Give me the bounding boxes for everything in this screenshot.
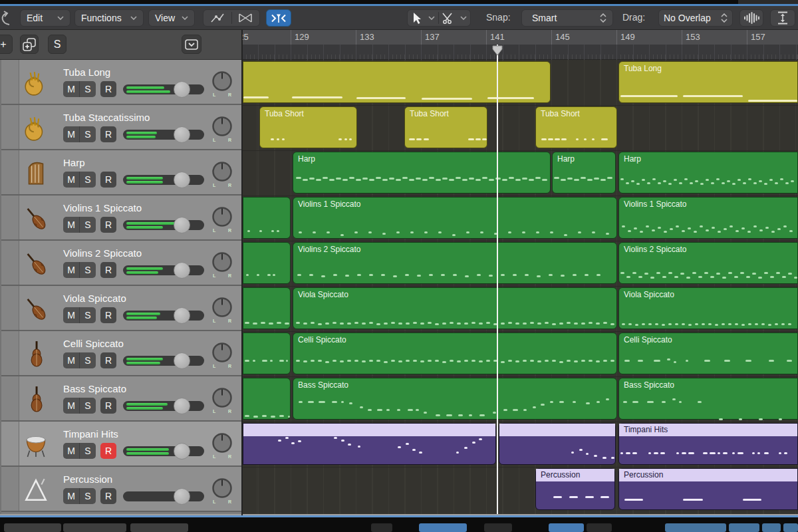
pointer-tool-icon[interactable]: [408, 10, 425, 26]
record-arm-button[interactable]: R: [100, 126, 116, 142]
region-violins-1-spiccato[interactable]: Violins 1 Spiccato: [293, 197, 617, 239]
track-header-tuba-long[interactable]: Tuba LongMSRLR: [1, 60, 241, 105]
add-track-button[interactable]: +: [0, 35, 13, 54]
solo-button[interactable]: S: [80, 81, 96, 97]
mute-button[interactable]: M: [63, 126, 80, 142]
playhead-line[interactable]: [497, 45, 498, 514]
pan-knob[interactable]: [211, 161, 233, 182]
track-drag-strip[interactable]: [1, 241, 19, 285]
solo-button[interactable]: S: [80, 126, 96, 142]
track-header-celli-spiccato[interactable]: Celli SpiccatoMSRLR: [1, 331, 241, 376]
track-header-violins-2-spiccato[interactable]: Violins 2 SpiccatoMSRLR: [1, 241, 241, 286]
pan-knob[interactable]: [211, 116, 233, 137]
volume-thumb[interactable]: [174, 307, 190, 324]
volume-slider[interactable]: [123, 491, 204, 501]
volume-thumb[interactable]: [174, 126, 190, 143]
pan-knob[interactable]: [211, 432, 233, 454]
solo-button[interactable]: S: [80, 217, 96, 233]
region-violins-2-spiccato[interactable]: Violins 2 Spiccato: [618, 242, 798, 284]
solo-button[interactable]: S: [80, 443, 96, 459]
record-arm-button[interactable]: R: [100, 172, 116, 188]
region-tuba-short[interactable]: Tuba Short: [259, 106, 357, 148]
volume-slider[interactable]: [123, 175, 204, 185]
region-violins-1-spiccato[interactable]: [243, 197, 291, 239]
track-header-timpani-hits[interactable]: Timpani HitsMSRLR: [1, 422, 241, 467]
track-drag-strip[interactable]: [1, 196, 19, 239]
track-header-violins-1-spiccato[interactable]: Violins 1 SpiccatoMSRLR: [1, 196, 241, 241]
volume-slider[interactable]: [123, 220, 204, 230]
bar-ruler[interactable]: 125129133137141145149153157: [243, 30, 798, 60]
mute-button[interactable]: M: [63, 172, 80, 188]
volume-thumb[interactable]: [174, 398, 190, 414]
record-arm-button[interactable]: R: [100, 398, 116, 414]
record-arm-button[interactable]: R: [100, 488, 116, 504]
solo-button[interactable]: S: [80, 307, 96, 323]
region-tuba-long[interactable]: [243, 61, 551, 103]
track-header-bass-spiccato[interactable]: Bass SpiccatoMSRLR: [1, 376, 241, 422]
volume-slider[interactable]: [123, 446, 204, 456]
region-percussion[interactable]: Percussion: [535, 468, 615, 510]
region-tuba-short[interactable]: Tuba Short: [404, 106, 487, 148]
record-arm-button[interactable]: R: [100, 217, 116, 233]
track-header-viola-spiccato[interactable]: Viola SpiccatoMSRLR: [1, 286, 241, 331]
solo-button[interactable]: S: [80, 488, 96, 504]
pan-knob[interactable]: [211, 297, 233, 318]
region-harp[interactable]: Harp: [618, 152, 798, 194]
undo-arrow-icon[interactable]: [0, 10, 13, 26]
pan-knob[interactable]: [211, 251, 233, 273]
snap-dropdown[interactable]: Smart: [521, 9, 613, 27]
track-drag-strip[interactable]: [1, 376, 19, 420]
mute-button[interactable]: M: [63, 217, 80, 233]
volume-slider[interactable]: [123, 84, 204, 94]
region-timpani-hits[interactable]: [243, 423, 496, 465]
track-drag-strip[interactable]: [1, 422, 19, 466]
volume-thumb[interactable]: [174, 352, 190, 369]
waveform-zoom-button[interactable]: [739, 9, 763, 27]
mute-button[interactable]: M: [63, 81, 80, 97]
scissors-tool-icon[interactable]: [439, 10, 458, 26]
track-drag-strip[interactable]: [1, 286, 19, 330]
volume-thumb[interactable]: [174, 81, 190, 98]
track-drag-strip[interactable]: [1, 60, 19, 104]
track-drag-strip[interactable]: [1, 150, 19, 194]
volume-slider[interactable]: [123, 356, 204, 366]
chevron-down-icon[interactable]: [457, 10, 470, 26]
region-celli-spiccato[interactable]: [243, 332, 291, 374]
volume-slider[interactable]: [123, 401, 204, 411]
record-arm-button[interactable]: R: [100, 262, 116, 278]
volume-slider[interactable]: [123, 311, 204, 321]
arrange-area[interactable]: Tuba LongTuba ShortTuba ShortTuba ShortH…: [243, 60, 798, 514]
volume-thumb[interactable]: [174, 488, 190, 505]
playhead-marker[interactable]: [492, 45, 503, 56]
view-menu-button[interactable]: View: [148, 9, 195, 27]
catch-playhead-button[interactable]: [266, 9, 291, 27]
track-drag-strip[interactable]: [1, 105, 19, 149]
region-harp[interactable]: Harp: [552, 152, 616, 194]
track-options-dropdown[interactable]: [182, 35, 201, 54]
track-height-button[interactable]: [770, 9, 795, 27]
volume-thumb[interactable]: [174, 443, 190, 460]
region-timpani-hits[interactable]: Timpani Hits: [618, 423, 798, 465]
mute-button[interactable]: M: [63, 488, 80, 504]
drag-dropdown[interactable]: No Overlap: [658, 9, 733, 27]
track-header-harp[interactable]: HarpMSRLR: [1, 150, 241, 196]
volume-slider[interactable]: [123, 265, 204, 275]
solo-button[interactable]: S: [80, 172, 96, 188]
volume-thumb[interactable]: [174, 172, 190, 188]
pan-knob[interactable]: [211, 342, 233, 363]
region-bass-spiccato[interactable]: Bass Spiccato: [618, 378, 798, 420]
duplicate-track-button[interactable]: [20, 35, 39, 54]
region-bass-spiccato[interactable]: [243, 378, 291, 420]
pan-knob[interactable]: [211, 387, 233, 408]
pan-knob[interactable]: [211, 206, 233, 227]
pan-knob[interactable]: [211, 70, 233, 92]
region-tuba-short[interactable]: Tuba Short: [535, 106, 617, 148]
region-celli-spiccato[interactable]: Celli Spiccato: [293, 332, 617, 374]
region-tuba-long[interactable]: Tuba Long: [618, 61, 798, 103]
chevron-down-icon[interactable]: [425, 10, 438, 26]
ruler-bar-numbers[interactable]: 125129133137141145149153157: [243, 30, 798, 45]
automation-icon[interactable]: [203, 10, 231, 26]
record-arm-button[interactable]: R: [100, 443, 116, 459]
solo-button[interactable]: S: [80, 352, 96, 368]
functions-menu-button[interactable]: Functions: [74, 9, 144, 27]
